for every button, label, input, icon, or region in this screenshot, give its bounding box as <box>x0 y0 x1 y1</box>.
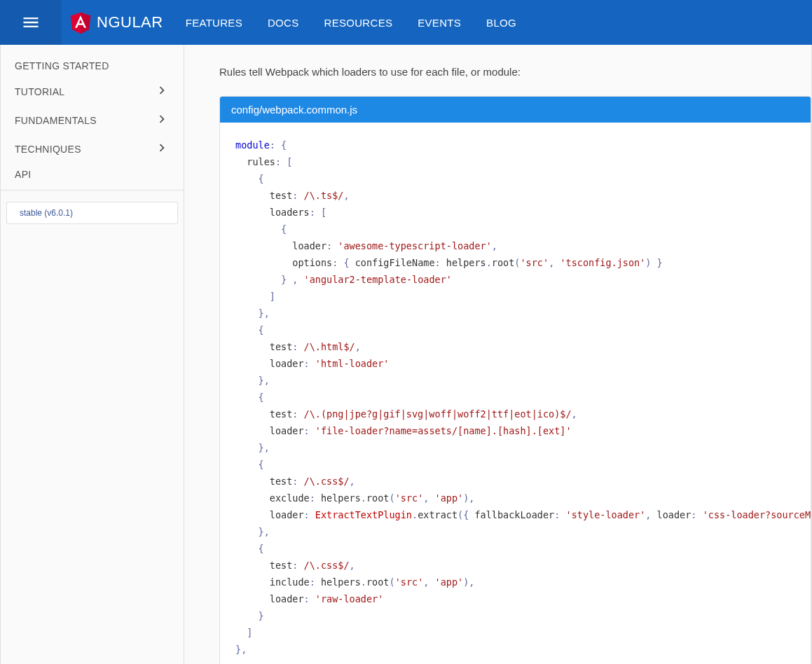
primary-nav: FEATURESDOCSRESOURCESEVENTSBLOG <box>186 17 516 29</box>
nav-link-blog[interactable]: BLOG <box>486 17 516 29</box>
chevron-right-icon <box>154 140 170 158</box>
sidebar-item-getting-started[interactable]: GETTING STARTED <box>1 55 184 77</box>
top-nav: NGULAR FEATURESDOCSRESOURCESEVENTSBLOG <box>0 0 812 45</box>
sidebar-item-techniques[interactable]: TECHNIQUES <box>1 134 184 163</box>
sidebar-item-fundamentals[interactable]: FUNDAMENTALS <box>1 106 184 134</box>
code-filename: config/webpack.common.js <box>220 97 811 123</box>
menu-button[interactable] <box>0 0 62 45</box>
main-content: Rules tell Webpack which loaders to use … <box>184 45 811 664</box>
sidebar-item-label: FUNDAMENTALS <box>15 115 97 126</box>
nav-link-features[interactable]: FEATURES <box>186 17 242 29</box>
sidebar: GETTING STARTEDTUTORIALFUNDAMENTALSTECHN… <box>1 45 184 664</box>
brand-logo[interactable]: NGULAR <box>62 10 170 35</box>
nav-link-resources[interactable]: RESOURCES <box>324 17 393 29</box>
sidebar-item-tutorial[interactable]: TUTORIAL <box>1 77 184 106</box>
chevron-right-icon <box>154 83 170 100</box>
hamburger-icon <box>21 13 41 32</box>
brand-text: NGULAR <box>97 13 163 32</box>
sidebar-item-label: TUTORIAL <box>15 86 64 97</box>
chevron-right-icon <box>154 111 170 129</box>
sidebar-item-label: GETTING STARTED <box>15 60 109 71</box>
intro-text: Rules tell Webpack which loaders to use … <box>219 66 811 78</box>
nav-link-docs[interactable]: DOCS <box>268 17 299 29</box>
version-selector[interactable]: stable (v6.0.1) <box>6 202 178 224</box>
sidebar-item-label: TECHNIQUES <box>15 144 81 155</box>
sidebar-item-api[interactable]: API <box>1 163 184 186</box>
code-example: config/webpack.common.js module: { rules… <box>219 96 811 664</box>
svg-marker-1 <box>81 13 90 34</box>
nav-link-events[interactable]: EVENTS <box>418 17 461 29</box>
code-body: module: { rules: [ { test: /\.ts$/, load… <box>220 123 811 664</box>
angular-shield-icon <box>69 10 92 35</box>
sidebar-item-label: API <box>15 169 31 180</box>
